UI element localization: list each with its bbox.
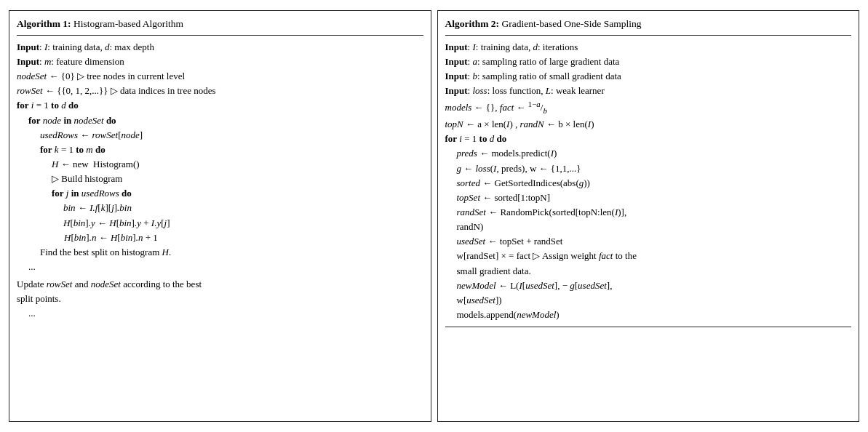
alg1-line8: for k = 1 to m do	[17, 143, 423, 157]
algorithm2-title: Algorithm 2: Gradient-based One-Side Sam…	[445, 17, 852, 36]
alg2-line8: preds ← models.predict(I)	[445, 146, 852, 161]
alg2-line19: models.append(newModel)	[445, 308, 852, 322]
alg2-line11: topSet ← sorted[1:topN]	[445, 191, 852, 205]
algorithm2-body: Input: I: training data, d: iterations I…	[445, 40, 852, 322]
alg1-line14: H[bin].n ← H[bin].n + 1	[17, 231, 423, 245]
alg2-line16: small gradient data.	[445, 264, 852, 279]
alg1-line15: Find the best split on histogram H.	[17, 245, 423, 260]
algorithm1-title: Algorithm 1: Histogram-based Algorithm	[17, 17, 423, 36]
alg1-line13: H[bin].y ← H[bin].y + I.y[j]	[17, 216, 423, 231]
algorithm1-title-bold: Algorithm 1:	[17, 18, 71, 29]
alg1-line18: split points.	[17, 292, 423, 306]
alg1-line1: Input: I: training data, d: max depth	[17, 40, 423, 55]
alg1-line6: for node in nodeSet do	[17, 113, 423, 128]
alg2-line5: models ← {}, fact ← 1−a/b	[445, 98, 852, 117]
alg2-line3: Input: b: sampling ratio of small gradie…	[445, 69, 852, 84]
alg2-line1: Input: I: training data, d: iterations	[445, 40, 852, 55]
alg1-line19: ...	[17, 306, 423, 321]
alg2-line9: g ← loss(I, preds), w ← {1,1,...}	[445, 161, 852, 176]
alg1-line2: Input: m: feature dimension	[17, 55, 423, 69]
alg1-line12: bin ← I.f[k][j].bin	[17, 201, 423, 215]
page-container: Algorithm 1: Histogram-based Algorithm I…	[0, 0, 868, 432]
alg2-line4: Input: loss: loss function, L: weak lear…	[445, 84, 852, 98]
alg1-line16: ...	[17, 260, 423, 274]
alg1-line3: nodeSet ← {0} ▷ tree nodes in current le…	[17, 69, 423, 84]
alg1-line5: for i = 1 to d do	[17, 98, 423, 113]
algorithm2-title-normal: Gradient-based One-Side Sampling	[499, 18, 641, 29]
alg2-line2: Input: a: sampling ratio of large gradie…	[445, 55, 852, 69]
alg1-line9: H ← new Histogram()	[17, 157, 423, 172]
alg1-line11: for j in usedRows do	[17, 186, 423, 201]
alg2-line6: topN ← a × len(I) , randN ← b × len(I)	[445, 117, 852, 132]
alg1-line7: usedRows ← rowSet[node]	[17, 128, 423, 143]
algorithm1-box: Algorithm 1: Histogram-based Algorithm I…	[9, 10, 431, 422]
algorithm2-box: Algorithm 2: Gradient-based One-Side Sam…	[437, 10, 860, 422]
alg2-line14: usedSet ← topSet + randSet	[445, 234, 852, 249]
alg1-line10: ▷ Build histogram	[17, 172, 423, 186]
algorithm1-title-normal: Histogram-based Algorithm	[71, 18, 183, 29]
alg2-line18: w[usedSet])	[445, 293, 852, 308]
algorithm1-body: Input: I: training data, d: max depth In…	[17, 40, 423, 321]
alg2-line10: sorted ← GetSortedIndices(abs(g))	[445, 176, 852, 191]
alg1-line17: Update rowSet and nodeSet according to t…	[17, 277, 423, 292]
alg2-line15: w[randSet] × = fact ▷ Assign weight fact…	[445, 249, 852, 263]
alg2-line7: for i = 1 to d do	[445, 132, 852, 146]
algorithm2-title-bold: Algorithm 2:	[445, 18, 500, 29]
alg2-line17: newModel ← L(I[usedSet], − g[usedSet],	[445, 279, 852, 293]
alg2-line12: randSet ← RandomPick(sorted[topN:len(I)]…	[445, 205, 852, 220]
alg1-line4: rowSet ← {{0, 1, 2,...}} ▷ data indices …	[17, 84, 423, 98]
algorithm2-bottom-border	[445, 327, 852, 327]
alg2-line13: randN)	[445, 220, 852, 234]
